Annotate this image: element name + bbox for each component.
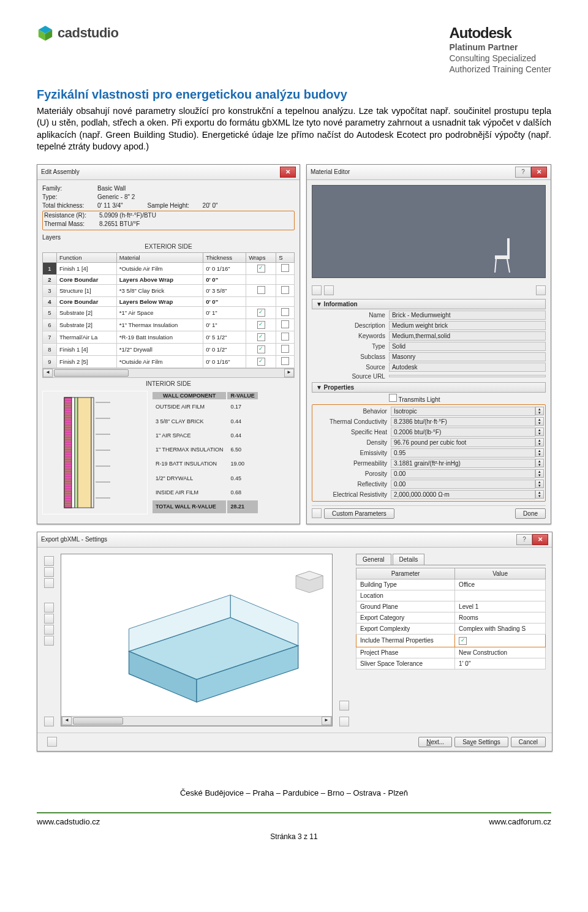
- desc-value[interactable]: Medium weight brick: [389, 321, 546, 330]
- name-value[interactable]: Brick - Mediumweight: [389, 311, 546, 320]
- close-icon[interactable]: ✕: [280, 167, 296, 178]
- close-icon[interactable]: ✕: [532, 534, 548, 545]
- tool-icon[interactable]: [44, 578, 54, 588]
- checkbox-icon[interactable]: [281, 264, 289, 272]
- type-value[interactable]: Solid: [389, 342, 546, 351]
- reflect-value[interactable]: 0.00: [391, 480, 535, 489]
- table-row[interactable]: Ground PlaneLevel 1: [356, 601, 546, 612]
- close-icon[interactable]: ✕: [531, 167, 547, 178]
- 3d-viewport[interactable]: ◄ ►: [61, 554, 333, 726]
- url-value[interactable]: [389, 375, 546, 377]
- keywords-value[interactable]: Medium,thermal,solid: [389, 331, 546, 341]
- done-button[interactable]: Done: [515, 508, 546, 519]
- cancel-button[interactable]: Cancel: [511, 737, 546, 747]
- checkbox-icon[interactable]: ✓: [257, 358, 265, 366]
- scroll-left-icon[interactable]: ◄: [62, 717, 72, 725]
- checkbox-icon[interactable]: [281, 357, 289, 365]
- col-function[interactable]: Function: [57, 252, 117, 262]
- tool-icon[interactable]: [47, 737, 57, 747]
- table-row[interactable]: Sliver Space Tolerance1' 0": [356, 658, 546, 669]
- tool-icon[interactable]: [44, 625, 54, 635]
- scroll-right-icon[interactable]: ►: [322, 717, 331, 725]
- tool-icon[interactable]: [44, 636, 54, 646]
- tool-icon[interactable]: [339, 701, 349, 710]
- table-row[interactable]: Include Thermal Properties✓: [356, 634, 546, 647]
- transmits-checkbox[interactable]: [389, 394, 397, 402]
- help-icon[interactable]: ?: [516, 534, 532, 545]
- scroll-right-icon[interactable]: ►: [284, 369, 294, 377]
- help-icon[interactable]: ?: [515, 167, 531, 178]
- checkbox-icon[interactable]: ✓: [257, 265, 265, 273]
- table-row[interactable]: Location: [356, 590, 546, 601]
- emissivity-value[interactable]: 0.95: [391, 448, 535, 458]
- spin-icon[interactable]: ▴▾: [535, 407, 544, 415]
- subclass-value[interactable]: Masonry: [389, 352, 546, 361]
- perm-value[interactable]: 3.1881 grain/(ft²·hr·inHg): [391, 459, 535, 468]
- layers-table[interactable]: Function Material Thickness Wraps S 1Fin…: [42, 252, 295, 368]
- table-row[interactable]: 7Thermal/Air La*R-19 Batt Insulation0' 5…: [43, 331, 295, 343]
- tool-icon[interactable]: [44, 556, 54, 566]
- table-row[interactable]: Export CategoryRooms: [356, 612, 546, 623]
- checkbox-icon[interactable]: ✓: [257, 321, 265, 329]
- checkbox-icon[interactable]: [281, 333, 289, 341]
- tool-icon[interactable]: [44, 614, 54, 624]
- table-row[interactable]: 6Substrate [2]*1" Thermax Insulation0' 1…: [43, 318, 295, 331]
- table-row[interactable]: 5Substrate [2]*1" Air Space0' 1"✓: [43, 306, 295, 318]
- table-row[interactable]: 9Finish 2 [5]*Outside Air Film0' 0 1/16"…: [43, 355, 295, 367]
- tool-icon[interactable]: [44, 717, 54, 726]
- horizontal-scrollbar[interactable]: ◄ ►: [61, 716, 332, 726]
- checkbox-icon[interactable]: [281, 345, 289, 353]
- custom-params-button[interactable]: Custom Parameters: [324, 508, 394, 519]
- spin-icon[interactable]: ▴▾: [535, 490, 544, 499]
- checkbox-icon[interactable]: [281, 286, 289, 294]
- spin-icon[interactable]: ▴▾: [535, 448, 544, 457]
- checkbox-icon[interactable]: [281, 320, 289, 328]
- tool-icon[interactable]: [44, 567, 54, 577]
- elecres-value[interactable]: 2,000,000.0000 Ω·m: [391, 490, 535, 499]
- col-material[interactable]: Material: [116, 252, 203, 262]
- table-row[interactable]: 3Structure [1]*3 5/8" Clay Brick0' 3 5/8…: [43, 284, 295, 296]
- col-thickness[interactable]: Thickness: [203, 252, 246, 262]
- table-row[interactable]: 1Finish 1 [4]*Outside Air Film0' 0 1/16"…: [43, 262, 295, 274]
- scroll-left-icon[interactable]: ◄: [43, 369, 53, 377]
- spin-icon[interactable]: ▴▾: [535, 428, 544, 436]
- table-row[interactable]: 2Core BoundarLayers Above Wrap0' 0": [43, 274, 295, 284]
- tab-general[interactable]: General: [356, 554, 391, 565]
- specheat-value[interactable]: 0.2006 btu/(lb·°F): [391, 428, 535, 437]
- scroll-thumb[interactable]: [73, 717, 123, 725]
- checkbox-icon[interactable]: ✓: [459, 637, 467, 645]
- checkbox-icon[interactable]: ✓: [257, 309, 265, 317]
- source-value[interactable]: Autodesk: [389, 363, 546, 372]
- porosity-value[interactable]: 0.00: [391, 469, 535, 478]
- spin-icon[interactable]: ▴▾: [535, 438, 544, 447]
- checkbox-icon[interactable]: [281, 308, 289, 316]
- export-params-table[interactable]: ParameterValue Building TypeOfficeLocati…: [356, 568, 546, 669]
- tab-details[interactable]: Details: [393, 554, 425, 565]
- behavior-value[interactable]: Isotropic: [391, 407, 535, 416]
- scroll-thumb[interactable]: [54, 369, 129, 377]
- tool-icon[interactable]: [312, 508, 322, 518]
- next-button[interactable]: NNext...ext...: [418, 737, 452, 747]
- spin-icon[interactable]: ▴▾: [535, 469, 544, 478]
- tool-icon[interactable]: [339, 717, 349, 726]
- tool-icon[interactable]: [312, 285, 322, 295]
- props-header[interactable]: ▼ Properties: [312, 382, 546, 393]
- checkbox-icon[interactable]: ✓: [257, 333, 265, 341]
- table-row[interactable]: 8Finish 1 [4]*1/2" Drywall0' 0 1/2"✓: [43, 343, 295, 355]
- table-row[interactable]: Export ComplexityComplex with Shading S: [356, 623, 546, 634]
- table-row[interactable]: 4Core BoundarLayers Below Wrap0' 0": [43, 296, 295, 306]
- horizontal-scrollbar[interactable]: ◄ ►: [42, 368, 295, 378]
- checkbox-icon[interactable]: [257, 286, 265, 294]
- table-row[interactable]: Project PhaseNew Construction: [356, 647, 546, 658]
- tool-icon[interactable]: [44, 603, 54, 612]
- col-s[interactable]: S: [276, 252, 295, 262]
- thermalcond-value[interactable]: 8.2386 btu/(hr·ft·°F): [391, 417, 535, 426]
- spin-icon[interactable]: ▴▾: [535, 417, 544, 426]
- save-settings-button[interactable]: Save Settings: [454, 737, 508, 747]
- table-row[interactable]: Building TypeOffice: [356, 579, 546, 590]
- tool-icon[interactable]: [324, 285, 334, 295]
- spin-icon[interactable]: ▴▾: [535, 459, 544, 467]
- density-value[interactable]: 96.76 pound per cubic foot: [391, 438, 535, 447]
- info-header[interactable]: ▼ Information: [312, 299, 546, 309]
- col-wraps[interactable]: Wraps: [246, 252, 276, 262]
